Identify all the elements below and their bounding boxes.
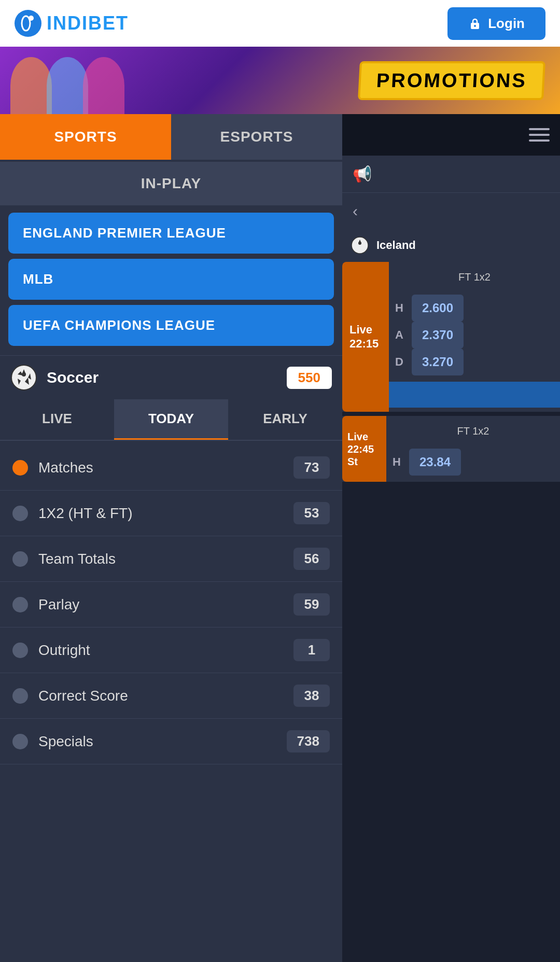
megaphone-icon: 📢	[353, 165, 372, 183]
sub-tabs: LIVE TODAY EARLY	[0, 399, 342, 441]
filter-dot-team-totals	[12, 551, 28, 567]
odds-value-h-2[interactable]: 23.84	[409, 449, 461, 476]
svg-point-0	[15, 10, 41, 37]
soccer-label: Soccer	[47, 369, 287, 386]
match-odds-1: H 2.600 A 2.370 D 3.270	[389, 290, 560, 380]
odds-item-h-1: H 2.600	[395, 295, 554, 322]
svg-point-11	[22, 372, 26, 377]
filter-label-outright: Outright	[38, 642, 293, 659]
soccer-section[interactable]: Soccer 550	[0, 355, 342, 399]
svg-point-14	[358, 242, 361, 245]
hamburger-line-2	[529, 134, 550, 136]
blue-bar-1	[389, 382, 560, 408]
right-panel: 📢 ‹ Iceland Live 22:15 FT 1x2	[342, 114, 560, 962]
odds-value-h-1[interactable]: 2.600	[412, 295, 464, 322]
filter-count-team-totals: 56	[293, 548, 330, 570]
filter-count-parlay: 59	[293, 593, 330, 616]
match-left-2: Live 22:45 St	[342, 416, 386, 482]
sub-tab-live[interactable]: LIVE	[0, 399, 114, 440]
promo-figure-1	[10, 57, 52, 114]
soccer-count-badge: 550	[287, 367, 332, 389]
league-btn-mlb[interactable]: MLB	[8, 259, 334, 300]
filter-label-team-totals: Team Totals	[38, 551, 293, 567]
filter-item-outright[interactable]: Outright 1	[0, 628, 342, 673]
header: INDIBET Login	[0, 0, 560, 47]
svg-point-2	[29, 16, 34, 21]
filter-item-specials[interactable]: Specials 738	[0, 719, 342, 764]
odds-value-a-1[interactable]: 2.370	[412, 322, 464, 348]
match-row-1: Live 22:15 FT 1x2 H 2.600 A 2.370 D	[342, 262, 560, 412]
tab-esports[interactable]: ESPORTS	[171, 114, 342, 160]
promo-banner[interactable]: PROMOTIONS	[0, 47, 560, 114]
live-badge-2: Live 22:45 St	[342, 416, 386, 482]
filter-label-matches: Matches	[38, 459, 293, 476]
indibet-logo-icon	[15, 10, 41, 37]
ft-label-1: FT 1x2	[389, 264, 560, 290]
match-row-2: Live 22:45 St FT 1x2 H 23.84	[342, 416, 560, 482]
filter-label-parlay: Parlay	[38, 596, 293, 613]
filter-item-correct-score[interactable]: Correct Score 38	[0, 673, 342, 719]
hamburger-line-3	[529, 140, 550, 142]
filter-item-parlay[interactable]: Parlay 59	[0, 582, 342, 628]
league-list: ENGLAND PREMIER LEAGUE MLB UEFA CHAMPION…	[0, 207, 342, 351]
league-btn-ucl[interactable]: UEFA CHAMPIONS LEAGUE	[8, 305, 334, 346]
filter-item-1x2[interactable]: 1X2 (HT & FT) 53	[0, 491, 342, 536]
lock-icon	[468, 17, 482, 30]
filter-dot-1x2	[12, 506, 28, 521]
promo-figure-2	[47, 57, 88, 114]
right-top-bar	[342, 114, 560, 156]
match-odds-area-2: FT 1x2 H 23.84	[386, 416, 560, 482]
filter-list: Matches 73 1X2 (HT & FT) 53 Team Totals …	[0, 441, 342, 769]
filter-item-team-totals[interactable]: Team Totals 56	[0, 536, 342, 582]
sub-tab-today[interactable]: TODAY	[114, 399, 228, 440]
announce-bar: 📢	[342, 156, 560, 192]
back-arrow-icon[interactable]: ‹	[353, 202, 358, 220]
sport-ball-icon-small	[351, 236, 369, 255]
filter-label-correct-score: Correct Score	[38, 688, 293, 704]
odds-letter-d-1: D	[395, 355, 408, 369]
league-btn-epl[interactable]: ENGLAND PREMIER LEAGUE	[8, 213, 334, 254]
logo-text: INDIBET	[47, 12, 129, 34]
odds-letter-h-1: H	[395, 301, 408, 315]
logo-area: INDIBET	[15, 10, 129, 37]
hamburger-menu[interactable]	[529, 128, 550, 142]
live-badge-1: Live 22:15	[342, 262, 389, 412]
back-bar: ‹	[342, 192, 560, 229]
filter-dot-matches	[12, 460, 28, 476]
svg-point-12	[352, 237, 368, 254]
promo-figures	[0, 47, 336, 114]
filter-count-correct-score: 38	[293, 685, 330, 707]
filter-dot-specials	[12, 734, 28, 749]
svg-point-4	[474, 25, 476, 27]
soccer-ball-icon	[10, 364, 37, 391]
hamburger-line-1	[529, 128, 550, 130]
svg-point-5	[11, 365, 36, 390]
top-tabs: SPORTS ESPORTS	[0, 114, 342, 160]
filter-count-matches: 73	[293, 456, 330, 479]
match-odds-area-1: FT 1x2 H 2.600 A 2.370 D 3.270	[389, 262, 560, 412]
tab-inplay[interactable]: IN-PLAY	[0, 162, 342, 205]
filter-item-matches[interactable]: Matches 73	[0, 445, 342, 491]
ft-label-2: FT 1x2	[386, 418, 560, 444]
filter-count-specials: 738	[287, 730, 330, 752]
match-header-1: Iceland	[342, 229, 560, 262]
odds-item-h-2: H 23.84	[393, 449, 554, 476]
match-title-1: Iceland	[376, 239, 416, 252]
filter-dot-outright	[12, 643, 28, 658]
odds-letter-h-2: H	[393, 455, 405, 469]
login-button[interactable]: Login	[447, 7, 545, 40]
sub-tab-early[interactable]: EARLY	[228, 399, 342, 440]
main-layout: SPORTS ESPORTS IN-PLAY ENGLAND PREMIER L…	[0, 114, 560, 962]
match-odds-2: H 23.84	[386, 444, 560, 480]
odds-value-d-1[interactable]: 3.270	[412, 348, 464, 375]
filter-count-outright: 1	[293, 639, 330, 661]
promo-text[interactable]: PROMOTIONS	[358, 61, 545, 100]
odds-item-a-1: A 2.370	[395, 322, 554, 348]
filter-label-1x2: 1X2 (HT & FT)	[38, 505, 293, 522]
promo-figure-3	[83, 57, 124, 114]
match-left-1: Live 22:15	[342, 262, 389, 412]
tab-sports[interactable]: SPORTS	[0, 114, 171, 160]
filter-label-specials: Specials	[38, 733, 287, 750]
odds-item-d-1: D 3.270	[395, 348, 554, 375]
filter-dot-correct-score	[12, 688, 28, 704]
